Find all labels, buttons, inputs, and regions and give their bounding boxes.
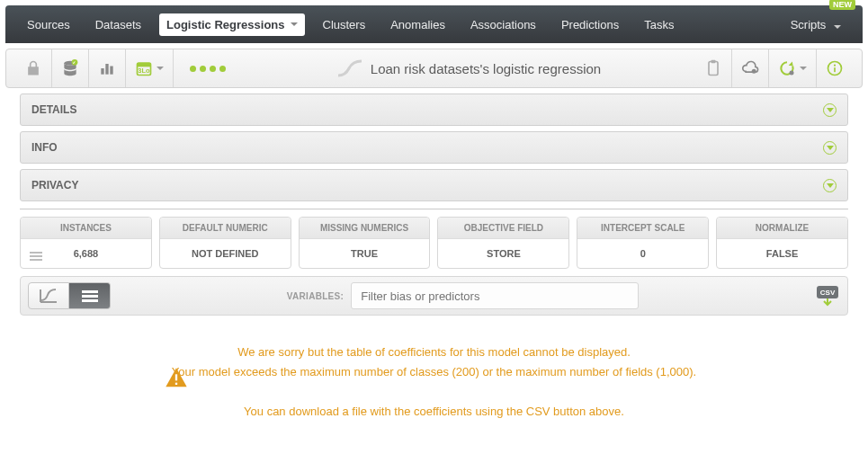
section-details[interactable]: DETAILS xyxy=(20,93,848,126)
nav-anomalies[interactable]: Anomalies xyxy=(378,8,458,41)
stat-instances: INSTANCES 6,688 xyxy=(20,217,152,269)
stat-missing-numerics: MISSING NUMERICS TRUE xyxy=(299,217,431,269)
stat-normalize: NORMALIZE FALSE xyxy=(716,217,848,269)
viewbar: VARIABLES: CSV xyxy=(20,276,848,316)
status-dots xyxy=(174,49,242,87)
nav-clusters[interactable]: Clusters xyxy=(310,8,379,41)
svg-text:3Lo: 3Lo xyxy=(138,67,150,75)
stat-default-numeric-value: NOT DEFINED xyxy=(192,248,259,259)
status-dot-icon xyxy=(190,66,196,72)
warning-line-1: We are sorry but the table of coefficien… xyxy=(20,343,848,362)
refresh-button[interactable] xyxy=(769,49,817,87)
caret-down-icon xyxy=(157,67,164,70)
nav-sources[interactable]: Sources xyxy=(14,8,83,41)
divider xyxy=(20,209,848,209)
stat-intercept-scale: INTERCEPT SCALE 0 xyxy=(577,217,709,269)
svg-rect-2 xyxy=(101,68,103,75)
calendar-button[interactable]: 3Lo xyxy=(126,49,174,87)
nav-predictions[interactable]: Predictions xyxy=(549,8,631,41)
status-dot-icon xyxy=(210,66,216,72)
sigmoid-curve-icon xyxy=(336,58,363,79)
warning-message: We are sorry but the table of coefficien… xyxy=(20,343,848,422)
section-info-label: INFO xyxy=(31,141,58,154)
svg-rect-9 xyxy=(711,60,716,63)
svg-rect-14 xyxy=(834,67,836,72)
expand-icon xyxy=(823,141,837,155)
clipboard-button[interactable] xyxy=(695,49,732,87)
database-icon xyxy=(61,59,79,77)
variables-label: VARIABLES: xyxy=(287,291,344,301)
warning-line-2: Your model exceeds the maximum number of… xyxy=(20,362,848,382)
bar-chart-icon xyxy=(98,59,116,77)
list-icon xyxy=(30,250,42,263)
svg-rect-17 xyxy=(175,374,177,380)
stat-intercept-scale-label: INTERCEPT SCALE xyxy=(577,218,708,239)
title-area: Loan risk datasets's logistic regression xyxy=(242,58,695,79)
caret-down-icon xyxy=(834,25,841,29)
stat-objective-field-label: OBJECTIVE FIELD xyxy=(438,218,568,239)
expand-icon xyxy=(823,103,837,117)
warning-line-3: You can download a file with the coeffic… xyxy=(20,402,848,422)
top-nav: NEW Sources Datasets Logistic Regression… xyxy=(5,5,863,43)
nav-logistic-label: Logistic Regressions xyxy=(166,18,284,31)
nav-scripts[interactable]: Scripts xyxy=(778,8,854,41)
section-info[interactable]: INFO xyxy=(20,131,848,164)
expand-icon xyxy=(823,179,837,192)
caret-down-icon xyxy=(800,67,807,70)
info-circle-icon xyxy=(826,59,844,77)
curve-icon xyxy=(39,288,58,304)
status-dot-icon xyxy=(219,66,226,72)
new-badge: NEW xyxy=(829,0,855,10)
refresh-icon xyxy=(778,59,796,77)
page-title: Loan risk datasets's logistic regression xyxy=(371,61,601,76)
lock-icon xyxy=(24,59,42,77)
nav-datasets[interactable]: Datasets xyxy=(83,8,154,41)
svg-rect-3 xyxy=(105,64,108,75)
stat-missing-numerics-value: TRUE xyxy=(351,248,378,259)
stats-row: INSTANCES 6,688 DEFAULT NUMERIC NOT DEFI… xyxy=(20,217,848,269)
stat-missing-numerics-label: MISSING NUMERICS xyxy=(300,218,430,239)
svg-rect-8 xyxy=(709,62,718,76)
warning-triangle-icon xyxy=(164,366,189,391)
view-toggle xyxy=(28,282,111,309)
stat-intercept-scale-value: 0 xyxy=(640,248,646,259)
stat-objective-field-value: STORE xyxy=(487,248,521,259)
stat-normalize-value: FALSE xyxy=(766,248,798,259)
chart-button[interactable] xyxy=(89,49,126,87)
nav-scripts-label: Scripts xyxy=(791,18,827,31)
clipboard-icon xyxy=(704,59,722,77)
stat-normalize-label: NORMALIZE xyxy=(717,218,847,239)
nav-tasks[interactable]: Tasks xyxy=(631,8,686,41)
svg-point-13 xyxy=(834,65,836,67)
calendar-icon: 3Lo xyxy=(135,59,153,77)
stat-objective-field: OBJECTIVE FIELD STORE xyxy=(437,217,569,269)
toolbar: 3Lo Loan risk datasets's logistic regres… xyxy=(5,49,863,88)
svg-rect-18 xyxy=(175,383,177,385)
status-dot-icon xyxy=(200,66,206,72)
lock-button[interactable] xyxy=(15,49,52,87)
cloud-gear-icon xyxy=(741,59,759,77)
section-details-label: DETAILS xyxy=(31,103,76,116)
svg-text:CSV: CSV xyxy=(820,289,836,297)
stat-default-numeric-label: DEFAULT NUMERIC xyxy=(160,218,291,239)
dataset-button[interactable] xyxy=(52,49,89,87)
nav-associations[interactable]: Associations xyxy=(458,8,549,41)
filter-input[interactable] xyxy=(351,282,639,309)
svg-rect-4 xyxy=(110,67,112,75)
csv-download-button[interactable]: CSV xyxy=(815,285,840,307)
hamburger-icon xyxy=(82,289,98,304)
stat-instances-value: 6,688 xyxy=(74,248,99,259)
cloud-button[interactable] xyxy=(732,49,769,87)
nav-logistic-regressions[interactable]: Logistic Regressions xyxy=(159,13,304,36)
caret-down-icon xyxy=(291,22,298,26)
svg-point-10 xyxy=(752,69,756,74)
stat-instances-label: INSTANCES xyxy=(21,218,151,239)
stat-default-numeric: DEFAULT NUMERIC NOT DEFINED xyxy=(159,217,291,269)
chart-view-button[interactable] xyxy=(28,282,69,309)
section-privacy[interactable]: PRIVACY xyxy=(20,169,848,201)
section-privacy-label: PRIVACY xyxy=(31,179,78,191)
list-view-button[interactable] xyxy=(69,282,111,309)
svg-point-11 xyxy=(790,71,794,76)
info-button[interactable] xyxy=(817,49,853,87)
